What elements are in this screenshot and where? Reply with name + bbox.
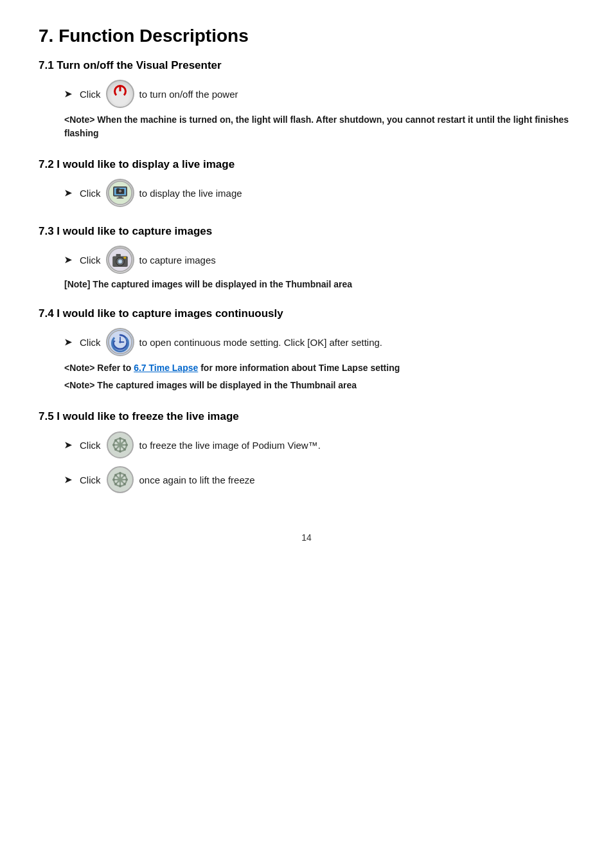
click-label-5a: Click <box>80 440 101 451</box>
freeze-icon-1 <box>106 431 134 459</box>
section-7-2-bullet: ➤ Click to display the live image <box>64 179 574 207</box>
capture-icon <box>106 246 134 274</box>
section-7-5-suffix2: once again to lift the freeze <box>139 475 255 485</box>
svg-point-33 <box>123 448 126 451</box>
section-7-5-bullet1: ➤ Click <box>64 431 574 459</box>
arrow-icon-3: ➤ <box>64 255 72 265</box>
section-7-1: 7.1 Turn on/off the Visual Presenter ➤ C… <box>39 59 574 140</box>
section-7-3-suffix: to capture images <box>139 255 216 266</box>
section-7-3-title: 7.3 I would like to capture images <box>39 225 574 238</box>
section-7-1-note: <Note> When the machine is turned on, th… <box>64 113 574 140</box>
svg-rect-14 <box>123 257 126 258</box>
section-7-2-suffix: to display the live image <box>139 188 242 199</box>
section-7-5: 7.5 I would like to freeze the live imag… <box>39 410 574 494</box>
section-7-2: 7.2 I would like to display a live image… <box>39 158 574 207</box>
svg-point-43 <box>119 485 121 487</box>
svg-point-45 <box>125 478 128 481</box>
svg-point-47 <box>123 474 126 476</box>
svg-point-31 <box>114 439 117 442</box>
section-7-1-bullet: ➤ Click to turn on/off the power <box>64 80 574 108</box>
section-7-4-suffix: to open continuous mode setting. Click [… <box>139 337 383 348</box>
click-label-4: Click <box>80 337 101 348</box>
svg-marker-16 <box>112 339 115 343</box>
section-7-5-suffix1: to freeze the live image of Podium View™… <box>139 440 321 451</box>
continuous-capture-icon <box>106 328 134 356</box>
power-button-icon <box>106 80 134 108</box>
svg-point-46 <box>114 474 117 476</box>
section-7-4-note2: <Note> The captured images will be displ… <box>64 379 574 392</box>
svg-point-15 <box>108 330 131 354</box>
svg-point-42 <box>119 472 121 475</box>
arrow-icon: ➤ <box>64 89 72 99</box>
svg-point-4 <box>118 190 121 193</box>
section-7-1-suffix: to turn on/off the power <box>139 89 238 100</box>
section-7-5-bullet2: ➤ Click once again to lift t <box>64 466 574 494</box>
svg-point-49 <box>114 483 117 485</box>
section-7-4-bullet: ➤ Click to open continuous mode setting.… <box>64 328 574 356</box>
section-7-5-title: 7.5 I would like to freeze the live imag… <box>39 410 574 423</box>
arrow-icon-4: ➤ <box>64 337 72 347</box>
click-label-2: Click <box>80 188 101 199</box>
click-label-3: Click <box>80 255 101 266</box>
arrow-icon-5b: ➤ <box>64 475 72 485</box>
svg-point-12 <box>118 260 121 263</box>
section-7-4-title: 7.4 I would like to capture images conti… <box>39 307 574 320</box>
svg-point-32 <box>123 439 126 442</box>
svg-rect-13 <box>116 254 120 257</box>
svg-point-29 <box>112 444 115 446</box>
page-title: 7. Function Descriptions <box>39 26 574 46</box>
section-7-4: 7.4 I would like to capture images conti… <box>39 307 574 392</box>
section-7-3-note: [Note] The captured images will be displ… <box>64 279 574 289</box>
time-lapse-link[interactable]: 6.7 Time Lapse <box>134 363 198 373</box>
svg-point-34 <box>114 448 117 451</box>
page-number: 14 <box>39 532 574 543</box>
svg-point-17 <box>119 341 121 343</box>
arrow-icon-5a: ➤ <box>64 440 72 450</box>
svg-point-44 <box>112 478 115 481</box>
svg-point-48 <box>123 483 126 485</box>
section-7-4-note1: <Note> Refer to 6.7 Time Lapse for more … <box>64 361 574 375</box>
svg-rect-5 <box>116 188 120 190</box>
freeze-icon-2 <box>106 466 134 494</box>
section-7-3: 7.3 I would like to capture images ➤ Cli… <box>39 225 574 289</box>
click-label-5b: Click <box>80 475 101 485</box>
live-image-icon <box>106 179 134 207</box>
arrow-icon-2: ➤ <box>64 188 72 198</box>
svg-point-27 <box>119 437 121 440</box>
section-7-1-title: 7.1 Turn on/off the Visual Presenter <box>39 59 574 72</box>
section-7-3-bullet: ➤ Click to capture images <box>64 246 574 274</box>
svg-point-30 <box>125 444 128 446</box>
section-7-2-title: 7.2 I would like to display a live image <box>39 158 574 171</box>
click-label: Click <box>80 89 101 100</box>
svg-rect-7 <box>116 197 123 199</box>
svg-point-28 <box>119 450 121 453</box>
